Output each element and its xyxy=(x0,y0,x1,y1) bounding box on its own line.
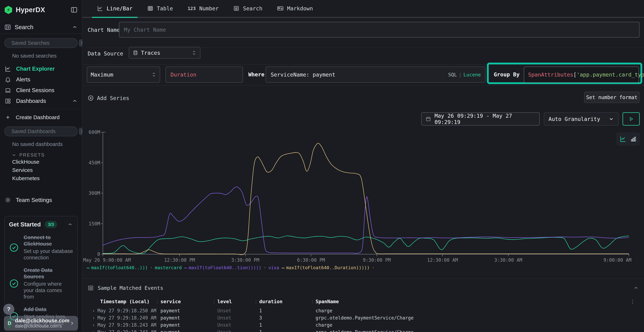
where-input[interactable] xyxy=(266,72,448,78)
cell-service: payment xyxy=(160,330,180,332)
tab-number[interactable]: 123Number xyxy=(183,0,224,17)
row-expand-icon[interactable]: › xyxy=(92,315,95,320)
select-updown-icon xyxy=(152,72,156,77)
table-row[interactable]: ›May 27 9:29:18.249 AMpaymentUnset3grpc.… xyxy=(82,315,644,322)
granularity-select[interactable]: Auto Granularity xyxy=(544,112,618,126)
data-source-select[interactable]: Traces xyxy=(129,47,200,59)
legend-entry[interactable]: —maxIf(toFloat640..)))·mastercard xyxy=(87,265,182,270)
lucene-option[interactable]: Lucene xyxy=(463,72,481,78)
sidebar-item-alerts[interactable]: Alerts xyxy=(4,74,78,85)
chart-name-label: Chart Name xyxy=(88,27,120,33)
sidebar-item-client-sessions[interactable]: Client Sessions xyxy=(4,85,78,96)
panel-icon xyxy=(70,6,78,14)
legend-expression: maxIf(toFloat640..Duration))))) xyxy=(286,265,370,270)
check-circle-icon xyxy=(9,278,19,288)
user-menu[interactable]: D dale@clickhouse.com dale@clickhouse.co… xyxy=(4,316,78,330)
chart-canvas xyxy=(103,132,629,254)
main-content: Line/BarTable123NumberSearchMarkdown Cha… xyxy=(82,0,644,332)
set-number-format-button[interactable]: Set number format xyxy=(584,92,640,103)
help-button[interactable]: ? xyxy=(3,304,14,315)
hyperdx-app: ⚡ HyperDX Search ⌘K No saved searches Ch… xyxy=(0,0,644,332)
chevron-up-icon[interactable] xyxy=(67,222,73,227)
column-options-icon[interactable]: ⋮ xyxy=(630,299,635,305)
drag-handle-icon[interactable]: ⋮ xyxy=(155,300,159,304)
row-expand-icon[interactable]: › xyxy=(92,322,95,328)
table-row[interactable]: ›May 27 9:29:18.250 AMpaymentUnset1charg… xyxy=(82,308,644,315)
tab-line-bar[interactable]: Line/Bar xyxy=(92,0,138,17)
column-header-level[interactable]: level xyxy=(217,299,232,304)
presets-toggle[interactable]: PRESETS xyxy=(12,152,78,158)
timeseries-chart[interactable]: 600M450M300M150M0 May 26 9:00:00 AM12:30… xyxy=(82,130,644,263)
play-icon xyxy=(628,116,634,122)
drag-handle-icon[interactable]: ⋮ xyxy=(212,300,216,304)
drag-handle-icon[interactable]: ⋮ xyxy=(310,300,314,304)
add-series-button[interactable]: Add Series xyxy=(88,94,129,103)
markdown-icon xyxy=(277,5,284,12)
cell-timestamp-local-: May 27 9:29:18.243 AM xyxy=(98,330,156,332)
run-query-button[interactable] xyxy=(622,112,640,126)
sidebar-preset-services[interactable]: Services xyxy=(12,166,78,174)
logo-row: ⚡ HyperDX xyxy=(4,5,78,14)
legend-entry[interactable]: —maxIf(toFloat640..Duration)))))· xyxy=(282,265,376,270)
column-header-timestamp-local-[interactable]: Timestamp (Local) xyxy=(100,299,150,304)
x-tick-label: 12:30:00 AM xyxy=(427,258,458,263)
saved-searches-input[interactable] xyxy=(12,40,79,46)
y-tick-label: 0 xyxy=(82,251,100,257)
sidebar-item-dashboards[interactable]: Dashboards xyxy=(4,96,78,106)
chevron-up-icon[interactable] xyxy=(633,285,639,291)
column-header-service[interactable]: service xyxy=(160,299,181,304)
sidebar-item-search[interactable]: Search xyxy=(4,24,78,31)
collapse-sidebar-button[interactable] xyxy=(70,6,78,14)
step-desc: Configure where your data comes from xyxy=(24,281,73,300)
field-box xyxy=(166,66,243,83)
get-started-step[interactable]: Create Data SourcesConfigure where your … xyxy=(9,267,73,300)
sidebar-preset-clickhouse[interactable]: ClickHouse xyxy=(12,158,78,166)
cell-spanname: grpc.oteldemo.PaymentService/Charge xyxy=(316,315,414,320)
drag-handle-icon[interactable]: ⋮ xyxy=(254,300,258,304)
sidebar-item-chart-explorer[interactable]: Chart Explorer xyxy=(4,64,78,74)
legend-swatch: — xyxy=(184,265,187,270)
table-row[interactable]: ›May 27 9:29:18.243 AMpaymentUnset1charg… xyxy=(82,322,644,330)
date-range-picker[interactable]: May 26 09:29:19 - May 27 09:29:19 xyxy=(421,112,540,126)
column-header-spanname[interactable]: SpanName xyxy=(316,299,339,304)
field-input[interactable] xyxy=(166,72,242,78)
column-header-duration[interactable]: duration xyxy=(259,299,282,304)
chart-name-input[interactable] xyxy=(119,27,639,33)
create-dashboard-button[interactable]: + Create Dashboard xyxy=(4,112,78,122)
saved-searches-box[interactable]: ⌘K xyxy=(4,38,78,48)
chevron-right-icon xyxy=(70,320,75,326)
aggregation-select[interactable]: Maximum xyxy=(87,66,160,83)
user-email: dale@clickhouse.com xyxy=(15,318,70,324)
sidebar-preset-kubernetes[interactable]: Kubernetes xyxy=(12,174,78,182)
saved-dashboards-input[interactable] xyxy=(12,128,79,134)
legend-entry[interactable]: —maxIf(toFloat640..tion)))))·visa xyxy=(184,265,279,270)
step-text: Connect to ClickHouseSet up your databas… xyxy=(24,234,73,261)
query-language-switch[interactable]: SQL|Lucene xyxy=(448,72,485,78)
hyperdx-logo-icon: ⚡ xyxy=(4,6,12,14)
tab-markdown[interactable]: Markdown xyxy=(272,0,318,17)
chevron-up-icon[interactable] xyxy=(72,98,78,104)
legend-swatch: — xyxy=(282,265,284,270)
tab-label: Search xyxy=(243,5,262,12)
saved-dashboards-box[interactable]: ⌘K xyxy=(4,126,78,136)
legend-expression: maxIf(toFloat640..tion))))) xyxy=(189,265,261,270)
tab-search[interactable]: Search xyxy=(228,0,267,17)
group-by-input[interactable]: SpanAttributes['app.payment.card_type'] xyxy=(524,66,639,83)
get-started-step[interactable]: Connect to ClickHouseSet up your databas… xyxy=(9,234,73,261)
sidebar-item-team-settings[interactable]: Team Settings xyxy=(4,196,78,204)
sql-option[interactable]: SQL xyxy=(448,72,457,78)
divider xyxy=(0,34,82,34)
avatar: D xyxy=(7,318,12,328)
row-expand-icon[interactable]: › xyxy=(92,308,95,314)
list-icon xyxy=(233,5,239,12)
legend-group-value: mastercard xyxy=(155,265,182,270)
sample-matched-events-header[interactable]: Sample Matched Events xyxy=(88,283,639,293)
chart-legend: —maxIf(toFloat640..)))·mastercard—maxIf(… xyxy=(87,265,641,270)
step-title: Connect to ClickHouse xyxy=(24,234,73,247)
123-icon: 123 xyxy=(188,6,196,11)
row-expand-icon[interactable]: › xyxy=(92,330,95,332)
table-row[interactable]: ›May 27 9:29:18.243 AMpaymentUnset1grpc.… xyxy=(82,330,644,332)
chevron-up-icon[interactable] xyxy=(72,24,78,30)
data-source-label: Data Source xyxy=(88,50,123,57)
tab-table[interactable]: Table xyxy=(142,0,178,17)
